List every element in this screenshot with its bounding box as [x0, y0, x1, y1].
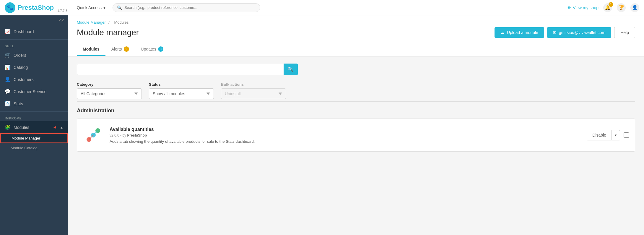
- module-info-available-quantities: Available quantities v2.0.0 - by PrestaS…: [110, 127, 581, 144]
- category-filter-group: Category All Categories: [77, 82, 142, 99]
- breadcrumb-parent[interactable]: Module Manager: [77, 20, 106, 25]
- module-actions-available-quantities: Disable ▾: [587, 130, 629, 140]
- bulk-actions-group: Bulk actions Uninstall: [221, 82, 286, 99]
- sidebar-item-orders[interactable]: 🛒 Orders: [0, 49, 68, 61]
- page-title-row: Module manager ☁ Upload a module ✉ gmits…: [77, 27, 635, 38]
- tab-updates[interactable]: Updates 0: [135, 43, 169, 56]
- module-card-available-quantities: Available quantities v2.0.0 - by PrestaS…: [77, 119, 635, 152]
- status-filter-label: Status: [149, 82, 214, 87]
- stats-icon: 📉: [5, 101, 11, 106]
- disable-button[interactable]: Disable: [587, 130, 612, 140]
- module-catalog-sub-label: Module Catalog: [11, 146, 38, 150]
- sidebar-item-stats[interactable]: 📉 Stats: [0, 98, 68, 110]
- logo-version: 1.7.7.3: [57, 9, 67, 12]
- module-version: v2.0.0: [110, 133, 119, 137]
- sidebar-item-customers[interactable]: 👤 Customers: [0, 73, 68, 85]
- module-meta: v2.0.0 - by PrestaShop: [110, 133, 581, 137]
- red-arrow-indicator: ◀: [53, 125, 56, 129]
- sidebar-sub-item-module-manager[interactable]: Module Manager: [0, 133, 68, 143]
- quick-access-label: Quick Access: [77, 5, 102, 10]
- chevron-up-icon: ▲: [60, 126, 63, 129]
- updates-badge: 0: [158, 46, 163, 52]
- sidebar-item-label-customer-service: Customer Service: [14, 89, 46, 94]
- page-title: Module manager: [77, 28, 139, 37]
- help-button[interactable]: Help: [614, 27, 635, 38]
- sidebar-item-label-catalog: Catalog: [14, 65, 28, 70]
- filter-section: 🔍 Category All Categories Status Show al…: [68, 56, 644, 159]
- header-actions: ☁ Upload a module ✉ gmitsiou@vivawallet.…: [495, 27, 635, 38]
- sidebar: << 📈 Dashboard SELL 🛒 Orders 📊 Catalog 👤…: [0, 15, 68, 235]
- sidebar-item-modules[interactable]: 🧩 Modules ◀ ▲: [0, 121, 68, 133]
- sidebar-item-catalog[interactable]: 📊 Catalog: [0, 61, 68, 73]
- search-icon: 🔍: [117, 5, 122, 10]
- user-account-button[interactable]: 👤: [630, 3, 639, 12]
- tab-alerts[interactable]: Alerts 2: [105, 43, 135, 56]
- sidebar-item-label-customers: Customers: [14, 77, 34, 82]
- breadcrumb-separator: /: [108, 20, 110, 25]
- sidebar-section-sell: SELL: [0, 41, 68, 49]
- status-filter-group: Status Show all modules Enabled Disabled: [149, 82, 214, 99]
- tab-updates-label: Updates: [141, 47, 156, 51]
- module-checkbox[interactable]: [624, 132, 629, 138]
- sidebar-collapse-button[interactable]: <<: [0, 15, 68, 25]
- quick-access-button[interactable]: Quick Access ▾: [74, 4, 108, 11]
- main-layout: << 📈 Dashboard SELL 🛒 Orders 📊 Catalog 👤…: [0, 15, 644, 235]
- view-shop-button[interactable]: 👁 View my shop: [567, 5, 599, 10]
- email-label: gmitsiou@vivawallet.com: [559, 30, 605, 35]
- section-divider: [77, 101, 635, 102]
- sidebar-divider-improve: [0, 111, 68, 112]
- module-action-dropdown-button[interactable]: ▾: [612, 130, 620, 140]
- logo-area: 🐾 PrestaShop 1.7.7.3: [5, 2, 67, 13]
- global-search-input[interactable]: [124, 5, 256, 10]
- modules-icon: 🧩: [5, 124, 11, 130]
- sidebar-sub-item-module-catalog[interactable]: Module Catalog: [0, 143, 68, 153]
- content-area: Module Manager / Modules Module manager …: [68, 15, 644, 235]
- category-filter-label: Category: [77, 82, 142, 87]
- sidebar-item-label-dashboard: Dashboard: [14, 29, 34, 34]
- module-description: Adds a tab showing the quantity of avail…: [110, 139, 581, 144]
- bulk-actions-select[interactable]: Uninstall: [221, 88, 286, 99]
- upload-module-button[interactable]: ☁ Upload a module: [495, 27, 544, 38]
- eye-icon: 👁: [567, 5, 571, 10]
- upload-module-label: Upload a module: [507, 30, 538, 35]
- module-name: Available quantities: [110, 127, 581, 132]
- trophy-icon-button[interactable]: 🏆: [617, 3, 626, 12]
- sidebar-section-improve: IMPROVE: [0, 114, 68, 121]
- sidebar-item-customer-service[interactable]: 💬 Customer Service: [0, 85, 68, 98]
- notifications-button[interactable]: 🔔 1: [603, 3, 612, 12]
- breadcrumb: Module Manager / Modules: [77, 20, 635, 25]
- module-search-button[interactable]: 🔍: [284, 64, 298, 75]
- orders-icon: 🛒: [5, 52, 11, 58]
- bulk-actions-label: Bulk actions: [221, 82, 286, 87]
- category-filter-select[interactable]: All Categories: [77, 88, 142, 99]
- sidebar-divider-sell: [0, 39, 68, 40]
- customer-service-icon: 💬: [5, 89, 11, 94]
- view-shop-label: View my shop: [573, 5, 599, 10]
- notification-badge: 1: [609, 2, 613, 7]
- logo-text: PrestaShop: [18, 4, 54, 12]
- sidebar-item-label-stats: Stats: [14, 101, 23, 106]
- search-icon: 🔍: [288, 67, 294, 72]
- chevron-down-icon: ▾: [103, 5, 105, 10]
- tab-modules[interactable]: Modules: [77, 43, 105, 56]
- tabs: Modules Alerts 2 Updates 0: [77, 43, 635, 56]
- help-label: Help: [620, 30, 629, 35]
- topbar-right: 👁 View my shop 🔔 1 🏆 👤: [567, 3, 639, 12]
- module-icon-available-quantities: [83, 125, 104, 145]
- tab-alerts-label: Alerts: [111, 47, 122, 51]
- email-icon: ✉: [553, 30, 557, 35]
- email-button[interactable]: ✉ gmitsiou@vivawallet.com: [547, 27, 611, 38]
- module-manager-sub-label: Module Manager: [12, 136, 40, 140]
- module-by: - by: [120, 133, 127, 137]
- page-header: Module Manager / Modules Module manager …: [68, 15, 644, 56]
- module-author: PrestaShop: [127, 133, 147, 137]
- customers-icon: 👤: [5, 77, 11, 82]
- global-search-box[interactable]: 🔍: [113, 3, 260, 12]
- sidebar-item-label-orders: Orders: [14, 53, 26, 58]
- catalog-icon: 📊: [5, 64, 11, 70]
- module-search-input[interactable]: [77, 64, 284, 75]
- module-search-row: 🔍: [77, 64, 635, 75]
- status-filter-select[interactable]: Show all modules Enabled Disabled: [149, 88, 214, 99]
- filters-row: Category All Categories Status Show all …: [77, 82, 635, 99]
- sidebar-item-dashboard[interactable]: 📈 Dashboard: [0, 25, 68, 38]
